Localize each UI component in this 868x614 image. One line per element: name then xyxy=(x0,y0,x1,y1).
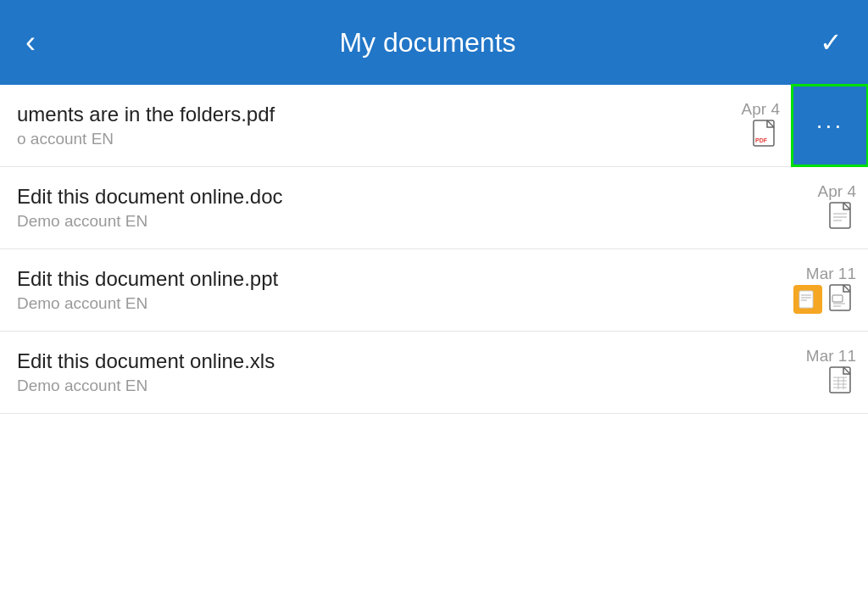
doc-item-content: Edit this document online.ppt Demo accou… xyxy=(0,249,775,331)
svg-rect-6 xyxy=(799,291,813,308)
list-item[interactable]: Edit this document online.doc Demo accou… xyxy=(0,167,868,249)
ppt-badge-icon xyxy=(793,285,822,314)
pdf-icon: PDF xyxy=(751,119,780,151)
back-button[interactable]: ‹ xyxy=(25,27,36,58)
doc-item-right: Mar 11 xyxy=(775,249,868,331)
doc-item-right: Mar 11 xyxy=(775,332,868,413)
doc-item-right: Apr 4 PDF xyxy=(698,85,792,166)
doc-date: Apr 4 xyxy=(818,182,856,201)
doc-account: Demo account EN xyxy=(17,212,758,231)
doc-date: Apr 4 xyxy=(742,100,780,119)
doc-name: uments are in the folders.pdf xyxy=(17,103,682,126)
more-dots-icon: ··· xyxy=(816,112,843,139)
doc-icons: PDF xyxy=(751,119,780,151)
doc-date: Mar 11 xyxy=(806,265,856,283)
ppt-doc-icon xyxy=(827,283,856,315)
more-options-button[interactable]: ··· xyxy=(792,85,868,166)
doc-item-content: uments are in the folders.pdf o account … xyxy=(0,85,698,166)
doc-item-content: Edit this document online.doc Demo accou… xyxy=(0,167,775,248)
doc-account: o account EN xyxy=(17,130,682,148)
doc-item-content: Edit this document online.xls Demo accou… xyxy=(0,332,775,413)
doc-icons xyxy=(827,201,856,233)
doc-name: Edit this document online.xls xyxy=(17,349,758,373)
page-title: My documents xyxy=(339,27,515,59)
doc-name: Edit this document online.ppt xyxy=(17,267,758,291)
list-item[interactable]: uments are in the folders.pdf o account … xyxy=(0,85,868,167)
doc-icons xyxy=(793,283,856,315)
doc-date: Mar 11 xyxy=(806,347,856,366)
doc-name: Edit this document online.doc xyxy=(17,185,758,209)
doc-icons xyxy=(827,366,856,398)
list-item[interactable]: Edit this document online.ppt Demo accou… xyxy=(0,249,868,332)
doc-file-icon xyxy=(827,201,856,233)
header: ‹ My documents ✓ xyxy=(0,0,868,85)
doc-account: Demo account EN xyxy=(17,377,758,395)
doc-item-right: Apr 4 xyxy=(775,167,868,248)
document-list: uments are in the folders.pdf o account … xyxy=(0,85,868,414)
svg-text:PDF: PDF xyxy=(755,137,768,143)
doc-account: Demo account EN xyxy=(17,294,758,313)
xls-file-icon xyxy=(827,366,856,398)
list-item[interactable]: Edit this document online.xls Demo accou… xyxy=(0,332,868,414)
check-button[interactable]: ✓ xyxy=(820,26,843,59)
